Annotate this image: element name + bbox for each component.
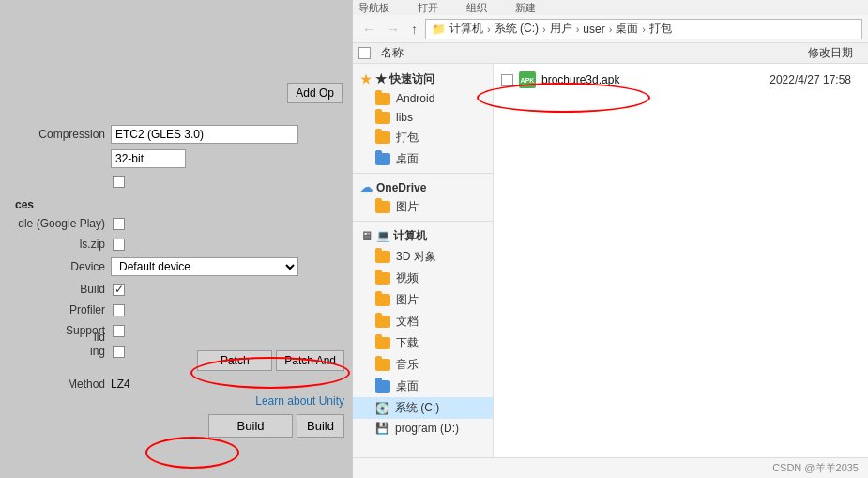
sidebar-item-android[interactable]: Android [353, 89, 493, 108]
sidebar-desktop2-label: 桌面 [396, 378, 419, 394]
sidebar-downloads-label: 下载 [396, 335, 419, 351]
zip-label: ls.zip [8, 238, 111, 251]
device-label: Device [8, 260, 111, 273]
onedrive-label: OneDrive [376, 181, 426, 194]
zip-row: ls.zip [0, 234, 352, 254]
method-row: Method LZ4 [0, 374, 352, 394]
compression-input[interactable] [111, 125, 298, 144]
breadcrumb-system: 系统 (C:) [495, 21, 539, 37]
sidebar-item-desktop1[interactable]: 桌面 [353, 148, 493, 170]
up-button[interactable]: ↑ [407, 20, 421, 39]
compression-label: Compression [8, 128, 111, 141]
file-date-apk: 2022/4/27 17:58 [739, 73, 860, 86]
windows-explorer-panel: 导航板 打开 组织 新建 ← → ↑ 📁 计算机 › 系统 (C:) › 用户 … [352, 0, 868, 478]
onedrive-section: ☁ OneDrive [353, 177, 493, 196]
sidebar-music-label: 音乐 [396, 357, 419, 373]
column-headers: 名称 修改日期 [353, 43, 868, 64]
breadcrumb-users: 用户 [550, 21, 572, 37]
sidebar-item-pictures2[interactable]: 图片 [353, 289, 493, 311]
folder-icon-3d [375, 251, 390, 263]
checkbox-profiler[interactable] [113, 304, 125, 316]
folder-icon-documents [375, 316, 390, 328]
checkbox-1[interactable] [113, 176, 125, 188]
add-op-button[interactable]: Add Op [287, 83, 343, 103]
drive-icon-c: 💽 [375, 402, 389, 415]
file-item-apk[interactable]: APK brochure3d.apk 2022/4/27 17:58 [494, 68, 868, 92]
sidebar-item-3d[interactable]: 3D 对象 [353, 246, 493, 268]
toolbar-label-org: 组织 [466, 1, 487, 15]
breadcrumb-folder-icon: 📁 [432, 23, 446, 36]
breadcrumb-user: user [583, 23, 604, 36]
checkbox-row1 [0, 171, 352, 192]
toolbar-label-nav: 导航板 [358, 1, 389, 15]
star-icon: ★ [360, 72, 372, 86]
status-bar: CSDN @羊羊2035 [353, 457, 868, 478]
sidebar-item-downloads[interactable]: 下载 [353, 332, 493, 354]
sidebar-systemc-label: 系统 (C:) [395, 400, 439, 416]
back-button[interactable]: ← [358, 20, 379, 39]
quick-access-label: ★ 快速访问 [375, 71, 434, 87]
sidebar-package-label: 打包 [396, 130, 419, 146]
learn-unity-link[interactable]: Learn about Unity [0, 394, 352, 411]
sidebar-libs-label: libs [396, 111, 413, 124]
address-bar[interactable]: 📁 计算机 › 系统 (C:) › 用户 › user › 桌面 › 打包 [425, 19, 862, 39]
folder-icon-video [375, 272, 390, 285]
bitdepth-row [0, 146, 352, 171]
computer-icon: 🖥 [360, 229, 373, 243]
divider-2 [353, 221, 493, 222]
sidebar-pictures1-label: 图片 [396, 199, 419, 215]
file-list: APK brochure3d.apk 2022/4/27 17:58 [494, 64, 868, 457]
breadcrumb-computer: 计算机 [449, 21, 483, 37]
divider-1 [353, 173, 493, 174]
drive-icon-d: 💾 [375, 422, 389, 435]
breadcrumb-sep4: › [609, 23, 613, 35]
sidebar-item-programd[interactable]: 💾 program (D:) [353, 419, 493, 438]
google-play-label: dle (Google Play) [8, 217, 111, 230]
sidebar-item-music[interactable]: 音乐 [353, 354, 493, 376]
status-text: CSDN @羊羊2035 [772, 461, 859, 475]
sidebar-item-documents[interactable]: 文档 [353, 311, 493, 332]
folder-icon-downloads [375, 337, 390, 349]
header-checkbox[interactable] [358, 47, 371, 59]
checkbox-build[interactable] [113, 284, 125, 296]
checkbox-google-play[interactable] [113, 218, 125, 230]
folder-icon-libs [375, 112, 390, 124]
checkbox-zip[interactable] [113, 239, 125, 251]
apk-icon: APK [519, 71, 536, 88]
sidebar-item-video[interactable]: 视频 [353, 268, 493, 289]
file-checkbox[interactable] [501, 74, 513, 86]
sidebar-item-pictures1[interactable]: 图片 [353, 196, 493, 218]
name-column-header[interactable]: 名称 [381, 45, 740, 61]
google-play-row: dle (Google Play) [0, 213, 352, 234]
method-value: LZ4 [111, 378, 344, 391]
folder-icon-music [375, 359, 390, 371]
sidebar-item-package[interactable]: 打包 [353, 127, 493, 148]
sidebar-video-label: 视频 [396, 270, 419, 286]
breadcrumb-sep1: › [487, 23, 491, 35]
forward-button[interactable]: → [383, 20, 404, 39]
patch-button[interactable]: Patch [197, 350, 272, 371]
sidebar-pictures2-label: 图片 [396, 292, 419, 308]
breadcrumb-sep3: › [576, 23, 580, 35]
build-type-row: Build [0, 279, 352, 300]
bitdepth-input[interactable] [111, 149, 186, 168]
sidebar-desktop1-label: 桌面 [396, 151, 419, 167]
sidebar-3d-label: 3D 对象 [396, 249, 436, 265]
patch-and-button[interactable]: Patch And [276, 350, 344, 371]
device-select[interactable]: Default device [111, 257, 298, 276]
breadcrumb-package: 打包 [649, 21, 672, 37]
folder-icon-desktop2 [375, 380, 390, 393]
breadcrumb-sep2: › [542, 23, 546, 35]
compression-row: Compression [0, 122, 352, 146]
breadcrumb-desktop: 桌面 [616, 21, 638, 37]
date-column-header[interactable]: 修改日期 [740, 45, 862, 61]
sidebar-android-label: Android [396, 92, 434, 105]
method-label: Method [8, 378, 111, 391]
sidebar-item-desktop2[interactable]: 桌面 [353, 376, 493, 397]
build-and-run-button[interactable]: Build [297, 414, 344, 438]
build-button[interactable]: Build [208, 414, 293, 438]
sidebar-item-libs[interactable]: libs [353, 108, 493, 127]
sidebar-item-systemc[interactable]: 💽 系统 (C:) [353, 397, 493, 419]
build-buttons-row: Build Build [0, 411, 352, 440]
folder-icon-pictures2 [375, 294, 390, 306]
